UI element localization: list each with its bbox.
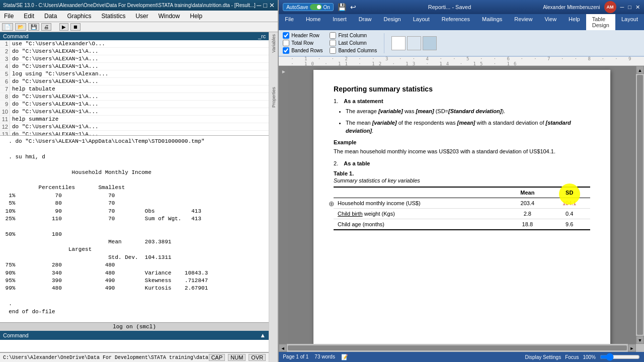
word-user-name: Alexander Mtembenuzeni bbox=[543, 5, 600, 10]
tab-home[interactable]: Home bbox=[300, 14, 327, 30]
tab-references[interactable]: References bbox=[436, 14, 476, 30]
scroll-up-btn[interactable]: ▲ bbox=[636, 66, 644, 74]
word-report-title: Reporti... - Saved bbox=[428, 4, 471, 10]
list-item[interactable]: 11 help summarize bbox=[0, 116, 269, 123]
table-row: Household monthly income (US$) 203.4 104… bbox=[334, 198, 590, 209]
list-item[interactable]: 6 do "C:\Users\ALEXAN~1\A... bbox=[0, 78, 269, 85]
variables-strip-label[interactable]: Variables bbox=[270, 32, 277, 55]
stata-statusbar: C:\Users\Alexander\OneDrive\Data For Dev… bbox=[0, 352, 269, 362]
section2-title: 2. As a table bbox=[334, 160, 590, 166]
word-doc-scroll-area: Reporting summary statistics 1. As a sta… bbox=[288, 66, 636, 344]
stata-break-btn[interactable]: ⏹ bbox=[70, 23, 80, 31]
list-item[interactable]: 10 do "C:\Users\ALEXAN~1\A... bbox=[0, 108, 269, 116]
stata-history-title: Command bbox=[3, 33, 29, 39]
list-item[interactable]: 4 do "C:\Users\ALEXAN~1\A... bbox=[0, 63, 269, 70]
list-item[interactable]: 8 do "C:\Users\ALEXAN~1\A... bbox=[0, 93, 269, 101]
list-item[interactable]: 12 do "C:\Users\ALEXAN~1\A... bbox=[0, 123, 269, 131]
stata-command-icon[interactable]: ▲ bbox=[260, 332, 266, 339]
word-titlebar-right: Alexander Mtembenuzeni AM ─ □ ✕ bbox=[543, 1, 640, 13]
stata-save-btn[interactable]: 💾 bbox=[28, 23, 39, 31]
stata-menubar: File Edit Data Graphics Statistics User … bbox=[0, 11, 278, 22]
section2-number: 2. bbox=[334, 160, 338, 166]
stata-ovr-badge[interactable]: OVR bbox=[249, 354, 266, 361]
section1-label: As a statement bbox=[344, 98, 383, 104]
tab-insert[interactable]: Insert bbox=[327, 14, 353, 30]
word-titlebar: AutoSave On 💾 ↩ Reporti... - Saved Alexa… bbox=[279, 0, 644, 14]
last-col-checkbox[interactable] bbox=[330, 40, 336, 46]
table-style-option-2[interactable] bbox=[407, 36, 421, 50]
word-minimize-btn[interactable]: ─ bbox=[620, 4, 624, 10]
ribbon-separator-1 bbox=[384, 33, 384, 53]
stata-menu-file[interactable]: File bbox=[2, 12, 16, 21]
list-item[interactable]: 13 do "C:\Users\ALEXAN~1\A... bbox=[0, 131, 269, 136]
tab-layout2[interactable]: Layout bbox=[615, 14, 644, 30]
stata-print-btn[interactable]: 🖨 bbox=[41, 23, 51, 31]
banded-rows-checkbox[interactable] bbox=[283, 47, 289, 54]
sd-header-text: SD bbox=[566, 190, 573, 196]
list-item[interactable]: 2 do "C:\Users\ALEXAN~1\A... bbox=[0, 48, 269, 55]
tab-file[interactable]: File bbox=[279, 14, 300, 30]
stata-minimize-btn[interactable]: ─ bbox=[257, 2, 261, 9]
tab-help[interactable]: Help bbox=[562, 14, 586, 30]
log-on-bar[interactable]: log on (smcl) bbox=[0, 322, 269, 331]
example-text: The mean household monthly income was US… bbox=[334, 147, 590, 156]
banded-cols-checkbox[interactable] bbox=[330, 47, 336, 54]
stata-menu-statistics[interactable]: Statistics bbox=[99, 12, 127, 21]
stata-num-badge[interactable]: NUM bbox=[228, 354, 246, 361]
scroll-left-btn[interactable]: ◄ bbox=[279, 344, 287, 352]
tab-draw[interactable]: Draw bbox=[353, 14, 378, 30]
table-style-option-3[interactable] bbox=[423, 36, 437, 50]
total-row-checkbox[interactable] bbox=[283, 40, 289, 46]
tab-design[interactable]: Design bbox=[377, 14, 407, 30]
stata-title: Stata/SE 13.0 - C:\Users\Alexander\OneDr… bbox=[3, 3, 256, 8]
list-item[interactable]: 3 do "C:\Users\ALEXAN~1\A... bbox=[0, 55, 269, 63]
stata-menu-graphics[interactable]: Graphics bbox=[65, 12, 93, 21]
word-quick-access-save[interactable]: 💾 bbox=[338, 3, 346, 11]
ribbon-banded-cols: Banded Columns bbox=[330, 47, 377, 54]
scroll-right-btn[interactable]: ► bbox=[628, 344, 636, 352]
stata-menu-window[interactable]: Window bbox=[156, 12, 182, 21]
stata-maximize-btn[interactable]: □ bbox=[263, 2, 267, 9]
stata-menu-edit[interactable]: Edit bbox=[22, 12, 36, 21]
stata-menu-user[interactable]: User bbox=[133, 12, 150, 21]
tab-table-design[interactable]: Table Design bbox=[586, 14, 615, 30]
tab-review[interactable]: Review bbox=[508, 14, 538, 30]
stata-menu-data[interactable]: Data bbox=[42, 12, 59, 21]
properties-strip-label[interactable]: Properties bbox=[270, 85, 277, 110]
list-item[interactable]: 5 log using "C:\Users\Alexan... bbox=[0, 70, 269, 78]
tab-layout[interactable]: Layout bbox=[407, 14, 436, 30]
word-quick-access-undo[interactable]: ↩ bbox=[350, 3, 356, 11]
stata-new-btn[interactable]: 📄 bbox=[2, 23, 13, 31]
word-statusbar: Page 1 of 1 73 words 📝 Display Settings … bbox=[279, 352, 644, 362]
stata-command-input[interactable] bbox=[0, 340, 269, 352]
first-col-checkbox[interactable] bbox=[330, 32, 336, 39]
stata-cap-badge[interactable]: CAP bbox=[209, 354, 225, 361]
word-titlebar-left: AutoSave On 💾 ↩ bbox=[283, 3, 356, 11]
banded-cols-label: Banded Columns bbox=[338, 48, 377, 53]
list-item[interactable]: 9 do "C:\Users\ALEXAN~1\A... bbox=[0, 101, 269, 108]
table-cross-marker: ⊕ bbox=[329, 200, 335, 208]
focus-btn[interactable]: Focus bbox=[565, 354, 579, 360]
hscroll-thumb[interactable] bbox=[288, 345, 627, 350]
word-maximize-btn[interactable]: □ bbox=[628, 4, 631, 10]
scroll-down-btn[interactable]: ▼ bbox=[636, 336, 644, 344]
tab-mailings[interactable]: Mailings bbox=[476, 14, 508, 30]
tab-view[interactable]: View bbox=[538, 14, 562, 30]
table-style-option-1[interactable] bbox=[391, 36, 406, 50]
autosave-toggle[interactable] bbox=[310, 4, 322, 10]
stata-close-btn[interactable]: ✕ bbox=[269, 2, 275, 9]
stata-do-btn[interactable]: ▶ bbox=[59, 23, 68, 31]
ribbon-total-row: Total Row bbox=[283, 40, 323, 46]
zoom-slider[interactable] bbox=[600, 353, 640, 361]
list-item[interactable]: 7 help tabulate bbox=[0, 85, 269, 93]
left-strip-label[interactable]: ◀ bbox=[281, 70, 286, 74]
stata-open-btn[interactable]: 📂 bbox=[15, 23, 26, 31]
header-row-checkbox[interactable] bbox=[283, 32, 289, 39]
scroll-thumb[interactable] bbox=[637, 75, 643, 335]
word-close-btn[interactable]: ✕ bbox=[635, 4, 640, 11]
list-item[interactable]: 1 use "C:\Users\Alexander\O... bbox=[0, 40, 269, 48]
summary-statistics-table: Mean SD Household bbox=[334, 187, 590, 230]
stata-panel: Stata/SE 13.0 - C:\Users\Alexander\OneDr… bbox=[0, 0, 279, 362]
display-settings-btn[interactable]: Display Settings bbox=[525, 354, 561, 360]
stata-menu-help[interactable]: Help bbox=[188, 12, 204, 21]
